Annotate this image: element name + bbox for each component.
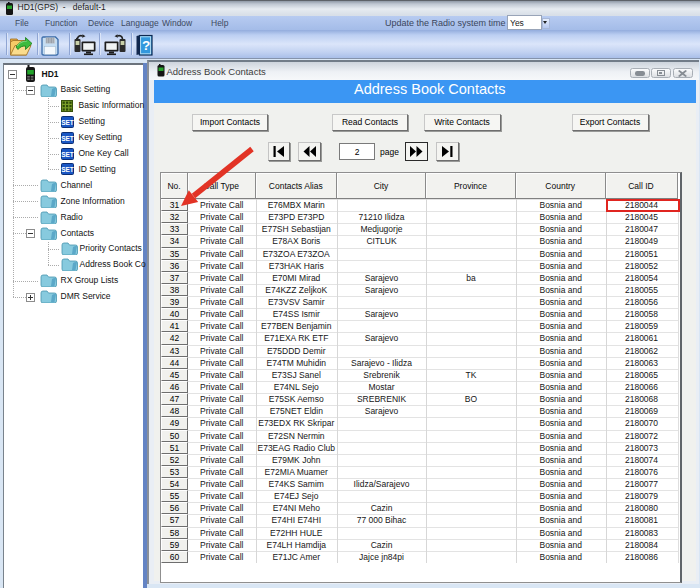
svg-text:SET: SET: [61, 166, 74, 173]
svg-text:SET: SET: [61, 150, 74, 157]
svg-text:SET: SET: [61, 134, 74, 141]
svg-text:?: ?: [142, 38, 150, 53]
svg-text:SET: SET: [61, 118, 74, 125]
